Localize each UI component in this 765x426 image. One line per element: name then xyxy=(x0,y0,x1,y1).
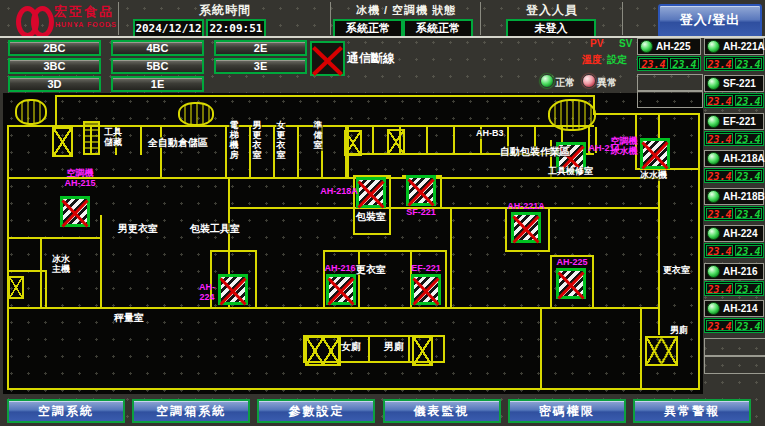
unit-cell-ef-221[interactable]: EF-221 xyxy=(704,113,764,130)
nav-button[interactable]: 空調箱系統 xyxy=(132,399,250,423)
wall-segment xyxy=(7,270,47,272)
room-label: 更衣室 xyxy=(663,266,690,276)
equipment-label: EF-221 xyxy=(408,263,444,273)
unit-cell-sf-221[interactable]: SF-221 xyxy=(704,75,764,92)
floor-button-2bc[interactable]: 2BC xyxy=(8,40,101,56)
empty-slot xyxy=(704,356,765,374)
unit-cell-ah-221a[interactable]: AH-221A xyxy=(704,38,764,55)
nav-button[interactable]: 異常警報 xyxy=(633,399,751,423)
room-label: 女更衣室 xyxy=(276,121,286,161)
logo-subtitle: HUNYA FOODS xyxy=(55,21,117,28)
nav-button[interactable]: 儀表監視 xyxy=(383,399,501,423)
unit-values: 23.423.4 xyxy=(704,56,764,71)
unit-values: 23.423.4 xyxy=(704,206,764,221)
comm-fault-marker[interactable] xyxy=(556,268,586,299)
room-label: 男廁 xyxy=(670,326,688,336)
comm-fault-label: 通信斷線 xyxy=(347,50,395,67)
room-label: 包裝工具室 xyxy=(190,223,240,234)
wall-segment xyxy=(550,255,552,307)
room-label: 冰水 主機 xyxy=(52,255,70,275)
wall-segment xyxy=(323,250,325,307)
shaft-x-icon xyxy=(344,130,362,156)
floor-button-4bc[interactable]: 4BC xyxy=(111,40,204,56)
sv-value: 23.4 xyxy=(735,320,762,331)
wall-segment xyxy=(548,207,550,252)
logo-ring-icon xyxy=(31,6,54,38)
login-logout-button[interactable]: 登入/登出 xyxy=(658,4,762,38)
floor-button-1e[interactable]: 1E xyxy=(111,76,204,92)
wall-segment xyxy=(593,113,699,115)
unit-name: AH-221A xyxy=(723,41,765,52)
pv-value: 23.4 xyxy=(706,208,733,219)
unit-cell-ah-214[interactable]: AH-214 xyxy=(704,300,764,317)
comm-fault-marker[interactable] xyxy=(640,138,670,169)
empty-slot xyxy=(637,74,703,91)
unit-name: EF-221 xyxy=(723,116,756,127)
wall-segment xyxy=(7,125,9,388)
comm-fault-marker[interactable] xyxy=(218,274,248,305)
room-label: 男廁 xyxy=(384,341,404,352)
empty-slot xyxy=(704,338,765,356)
nav-button[interactable]: 空調系統 xyxy=(7,399,125,423)
equipment-label: SF-221 xyxy=(402,207,440,217)
scada-screen: 空調機 AH-215AH-218ASF-221AH-214空調機 冰水機AH-2… xyxy=(0,0,765,426)
room-label: 秤量室 xyxy=(114,312,144,323)
room-label: 自動包裝作業區 xyxy=(500,146,570,157)
normal-lamp-icon xyxy=(540,74,554,88)
comm-fault-marker[interactable] xyxy=(326,274,356,305)
status-lamp-icon xyxy=(707,302,720,315)
shaft-x-icon xyxy=(387,129,405,155)
wall-segment xyxy=(592,255,594,307)
floor-button-3e[interactable]: 3E xyxy=(214,58,307,74)
comm-fault-marker[interactable] xyxy=(411,274,441,305)
room-label: 電梯機房 xyxy=(229,121,239,161)
unit-values: 23.423.4 xyxy=(704,131,764,146)
header-divider xyxy=(480,2,481,35)
wall-segment xyxy=(640,307,642,388)
nav-button[interactable]: 密碼權限 xyxy=(508,399,626,423)
stairwell-icon xyxy=(178,102,214,126)
unit-values: 23.423.4 xyxy=(637,56,701,71)
comm-fault-marker[interactable] xyxy=(356,177,386,208)
machine-status-label: 冰機 / 空調機 狀態 xyxy=(332,4,480,17)
wall-segment xyxy=(353,233,391,235)
unit-cell-ah-224[interactable]: AH-224 xyxy=(704,225,764,242)
unit-cell-ah-218b[interactable]: AH-218B xyxy=(704,188,764,205)
status-lamp-icon xyxy=(640,40,653,53)
comm-fault-marker[interactable] xyxy=(60,196,90,227)
room-label: 準備室 xyxy=(313,121,323,151)
wall-segment xyxy=(443,335,445,363)
sv-value: 23.4 xyxy=(735,283,762,294)
wall-segment xyxy=(40,237,42,307)
shaft-x-icon xyxy=(8,276,24,299)
wall-segment xyxy=(353,175,355,235)
pv-value: 23.4 xyxy=(706,320,733,331)
unit-cell-ah-216[interactable]: AH-216 xyxy=(704,263,764,280)
comm-fault-marker[interactable] xyxy=(406,175,436,206)
unit-cell-ah-225[interactable]: AH-225 xyxy=(637,38,701,55)
pv-value: 23.4 xyxy=(706,58,733,69)
wall-segment xyxy=(505,250,550,252)
wall-segment xyxy=(440,175,442,207)
pv-value: 23.4 xyxy=(706,245,733,256)
wall-segment xyxy=(505,207,507,252)
equipment-label: AH-224 xyxy=(194,282,220,303)
floor-button-2e[interactable]: 2E xyxy=(214,40,307,56)
floor-button-3bc[interactable]: 3BC xyxy=(8,58,101,74)
unit-values: 23.423.4 xyxy=(704,318,764,333)
floor-button-5bc[interactable]: 5BC xyxy=(111,58,204,74)
stairwell-icon xyxy=(548,99,596,131)
wall-segment xyxy=(45,270,47,307)
wall-segment xyxy=(55,95,57,127)
floor-button-3d[interactable]: 3D xyxy=(8,76,101,92)
nav-button[interactable]: 參數設定 xyxy=(257,399,375,423)
comm-fault-marker[interactable] xyxy=(511,212,541,243)
shaft-x-icon xyxy=(52,127,73,157)
wall-segment xyxy=(7,125,57,127)
unit-cell-ah-218a[interactable]: AH-218A xyxy=(704,150,764,167)
pv-value: 23.4 xyxy=(706,95,733,106)
wall-segment xyxy=(100,215,102,307)
sv-value: 23.4 xyxy=(735,95,762,106)
status-lamp-icon xyxy=(707,115,720,128)
setpoint-label: 設定 xyxy=(607,53,627,67)
